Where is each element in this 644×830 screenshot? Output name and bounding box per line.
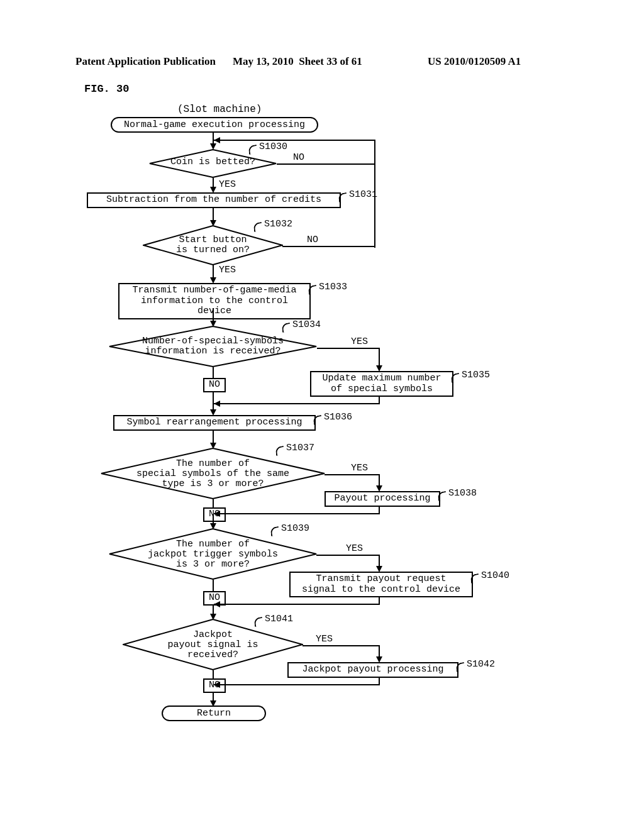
ref-curve-icon [253,222,263,232]
process-transmit-payout-request: Transmit payout request signal to the co… [289,572,473,597]
process-transmit-game-media: Transmit number-of-game-media informatio… [118,283,311,319]
ref-curve-icon [281,323,291,333]
decision-special-symbols-3: The number of special symbols of the sam… [101,448,325,499]
date-sheet: May 13, 2010 Sheet 33 of 61 [233,55,362,68]
ref-s1031: S1031 [349,189,377,200]
ref-s1039: S1039 [281,523,309,534]
connector [214,604,380,605]
connector [325,474,380,475]
connector [282,246,375,247]
connector [317,348,380,349]
decision-start-button: Start button is turned on? [143,225,283,265]
ref-s1032: S1032 [264,219,292,230]
decision-jackpot-payout-received: Jackpot payout signal is received? [123,619,303,670]
ref-s1038: S1038 [448,488,477,499]
yes-label: YES [316,634,333,645]
start-terminator: Normal-game execution processing [111,117,318,133]
yes-label: YES [351,336,368,347]
publication-label: Patent Application Publication [75,55,216,68]
yes-label: YES [219,179,236,190]
no-label-box: NO [203,378,226,392]
connector [316,555,380,556]
ref-s1035: S1035 [462,370,490,380]
ref-s1041: S1041 [265,614,293,624]
connector [379,348,380,367]
no-label: NO [307,235,318,245]
connector [379,474,380,487]
page: Patent Application Publication May 13, 2… [0,0,644,830]
connector [379,555,380,567]
process-payout: Payout processing [325,491,440,507]
ref-s1040: S1040 [481,570,509,581]
doc-number: US 2010/0120509 A1 [428,55,521,68]
arrowhead-icon [214,511,220,517]
connector [214,140,374,141]
ref-s1033: S1033 [319,282,347,292]
arrowhead-icon [214,682,220,688]
connector [379,396,380,403]
decision-coin-betted: Coin is betted? [149,149,277,178]
slot-machine-caption: (Slot machine) [177,104,262,115]
process-symbol-rearrange: Symbol rearrangement processing [113,415,316,431]
connector [379,506,380,513]
connector [277,163,375,165]
connector [379,645,380,658]
arrowhead-icon [214,601,220,607]
connector [213,208,214,221]
connector [214,513,380,514]
yes-label: YES [351,463,368,473]
connector [213,265,214,279]
yes-label: YES [346,543,363,554]
ref-s1036: S1036 [324,412,352,423]
connector [213,308,214,322]
ref-s1037: S1037 [286,443,314,453]
connector [214,684,380,685]
ref-curve-icon [248,145,258,155]
decision-jackpot-trigger-3: The number of jackpot trigger symbols is… [109,528,317,580]
figure-label: FIG. 30 [84,83,129,95]
process-subtract-credits: Subtraction from the number of credits [87,192,341,208]
connector [303,645,380,646]
connector [379,597,380,604]
arrowhead-icon [214,137,220,143]
no-label: NO [293,152,304,163]
connector [213,430,214,444]
ref-s1030: S1030 [259,141,287,152]
process-jackpot-payout: Jackpot payout processing [287,662,458,678]
arrowhead-icon [214,401,220,407]
connector [379,677,380,684]
connector [214,403,380,404]
yes-label: YES [219,265,236,275]
process-update-max-symbols: Update maximum number of special symbols [310,371,453,397]
ref-s1034: S1034 [292,319,321,330]
ref-s1042: S1042 [467,659,495,670]
return-terminator: Return [162,706,266,721]
